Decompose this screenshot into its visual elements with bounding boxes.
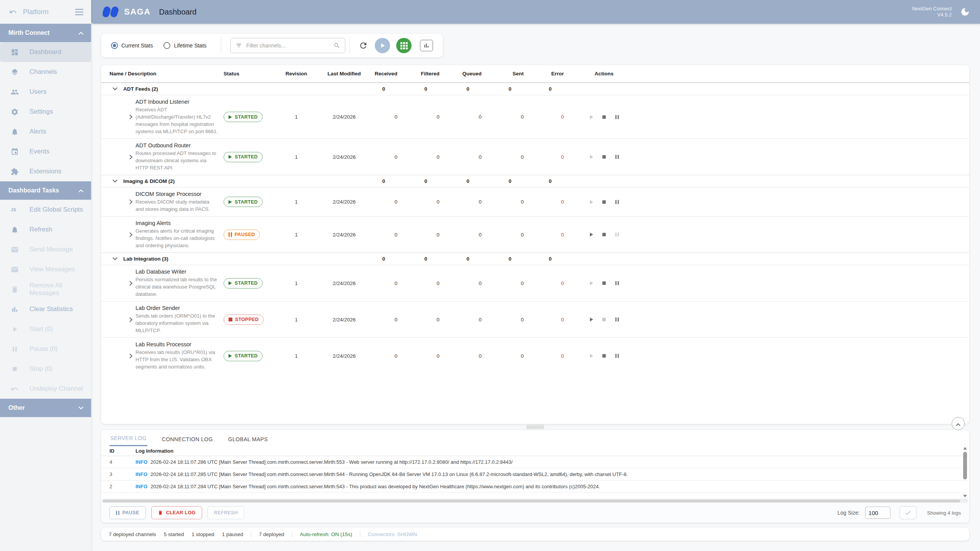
channel-row[interactable]: Lab Database Writer Persists normalized … <box>101 265 969 301</box>
play-icon <box>229 155 232 159</box>
scrollbar-thumb[interactable] <box>963 452 967 479</box>
group-row[interactable]: Lab Integration (3) 0 0 0 0 0 <box>101 253 969 265</box>
bar-chart-icon <box>11 305 19 313</box>
pause-channel-icon[interactable] <box>614 153 621 160</box>
channel-description: Receives lab results (ORU^R01) via HTTP … <box>136 349 219 370</box>
channel-name: Lab Results Processor <box>136 341 219 347</box>
stop-channel-icon[interactable] <box>601 231 608 238</box>
group-row[interactable]: ADT Feeds (2) 0 0 0 0 0 <box>101 83 969 95</box>
filter-channels-input[interactable] <box>246 42 330 49</box>
sidebar-item-refresh[interactable]: Refresh <box>0 220 91 240</box>
sidebar-item-alerts[interactable]: Alerts <box>0 122 91 142</box>
log-row[interactable]: 2 INFO2026-02-24 18:11:07.284 UTC [Main … <box>101 481 969 493</box>
expand-chevron-icon[interactable] <box>127 317 132 322</box>
channel-row[interactable]: Imaging Alerts Generates alerts for crit… <box>101 216 969 253</box>
pause-channel-icon[interactable] <box>614 280 621 287</box>
tab-connection-log[interactable]: CONNECTION LOG <box>161 436 214 446</box>
stop-channel-icon[interactable] <box>601 114 608 121</box>
play-icon <box>379 42 386 49</box>
check-icon <box>905 509 911 516</box>
toolbar-divider <box>221 37 221 54</box>
group-row[interactable]: Imaging & DICOM (2) 0 0 0 0 0 <box>101 175 969 187</box>
log-level-badge: INFO <box>136 484 147 489</box>
collapse-log-panel-button[interactable] <box>952 417 965 430</box>
sidebar-item-channels[interactable]: Channels <box>0 62 91 82</box>
group-view-toggle-button[interactable] <box>396 38 412 53</box>
chevron-down-icon <box>78 404 83 409</box>
sidebar-section-dashboard-tasks[interactable]: Dashboard Tasks <box>0 181 91 200</box>
collapse-chevron-icon[interactable] <box>113 178 118 183</box>
status-bar: 7 deployed channels 5 started 1 stopped … <box>101 528 969 541</box>
status-badge: STARTED <box>224 351 263 361</box>
platform-switcher[interactable]: Platform <box>0 0 91 24</box>
expand-chevron-icon[interactable] <box>127 114 132 119</box>
sidebar-item-events[interactable]: Events <box>0 142 91 161</box>
pause-channel-icon[interactable] <box>614 316 621 323</box>
pause-log-button[interactable]: PAUSE <box>109 506 146 519</box>
log-row[interactable]: 4 INFO2026-02-24 18:11:07.286 UTC [Main … <box>101 456 969 468</box>
start-channel-icon[interactable] <box>588 231 595 238</box>
channel-row[interactable]: ADT Inbound Listener Receives ADT (Admit… <box>101 95 969 139</box>
pause-channel-icon[interactable] <box>614 114 621 121</box>
scroll-up-arrow-icon[interactable] <box>963 447 967 450</box>
statistics-view-button[interactable] <box>420 40 433 51</box>
stop-channel-icon[interactable] <box>601 352 608 359</box>
status-divider <box>292 531 292 537</box>
sidebar-item-dashboard[interactable]: Dashboard <box>0 42 91 62</box>
current-stats-radio[interactable]: Current Stats <box>111 42 153 49</box>
log-horizontal-scrollbar[interactable] <box>102 499 969 503</box>
stop-icon <box>11 365 19 373</box>
tab-global-maps[interactable]: GLOBAL MAPS <box>227 436 268 446</box>
pause-channel-icon[interactable] <box>614 352 621 359</box>
channel-row[interactable]: Lab Results Processor Receives lab resul… <box>101 337 969 374</box>
pause-channel-icon[interactable] <box>614 199 621 205</box>
connectors-status[interactable]: Connectors: SHOWN <box>368 531 417 537</box>
trash-icon <box>158 510 163 515</box>
sidebar-section-mirth-connect[interactable]: Mirth Connect <box>0 24 91 42</box>
stop-channel-icon[interactable] <box>601 153 608 160</box>
sidebar-item-settings[interactable]: Settings <box>0 102 91 122</box>
log-row[interactable]: 3 INFO2026-02-24 18:11:07.285 UTC [Main … <box>101 468 969 481</box>
sidebar: Platform Mirth Connect Dashboard Channel… <box>0 0 91 551</box>
scroll-down-arrow-icon[interactable] <box>963 495 967 497</box>
drag-handle-icon[interactable] <box>526 425 544 429</box>
expand-chevron-icon[interactable] <box>127 199 132 204</box>
dark-mode-moon-icon[interactable] <box>960 7 970 17</box>
expand-chevron-icon[interactable] <box>127 281 132 286</box>
refresh-icon[interactable] <box>359 41 368 50</box>
start-channel-icon[interactable] <box>588 316 595 323</box>
sidebar-item-users[interactable]: Users <box>0 82 91 102</box>
stop-channel-icon[interactable] <box>601 280 608 287</box>
status-badge: STARTED <box>224 152 263 162</box>
app-root: Platform Mirth Connect Dashboard Channel… <box>0 0 980 551</box>
stop-channel-icon[interactable] <box>601 199 608 205</box>
collapse-chevron-icon[interactable] <box>113 255 118 260</box>
log-vertical-scrollbar[interactable] <box>962 447 968 497</box>
channel-row[interactable]: Lab Order Sender Sends lab orders (ORM^O… <box>101 301 969 337</box>
expand-chevron-icon[interactable] <box>127 354 132 359</box>
clear-log-button[interactable]: CLEAR LOG <box>151 506 202 519</box>
table-header-row: Name / Description Status Revision Last … <box>101 65 969 83</box>
pause-icon <box>116 511 119 515</box>
channel-row[interactable]: DICOM Storage Processor Receives DICOM s… <box>101 187 969 216</box>
sidebar-item-extensions[interactable]: Extensions <box>0 161 91 181</box>
deployed-channels-count: 7 deployed channels <box>109 531 156 537</box>
log-size-input[interactable] <box>865 507 890 519</box>
expand-chevron-icon[interactable] <box>127 232 132 237</box>
collapse-chevron-icon[interactable] <box>113 85 118 90</box>
content-area: SAGA Dashboard NextGen Connect V4.5.2 Cu… <box>91 0 980 551</box>
channel-name: Lab Order Sender <box>136 305 219 311</box>
auto-refresh-status[interactable]: Auto-refresh: ON (15s) <box>300 531 352 537</box>
sidebar-section-other[interactable]: Other <box>0 399 91 417</box>
sidebar-item-clear-statistics[interactable]: Clear Statistics <box>0 299 91 319</box>
expand-chevron-icon[interactable] <box>127 155 132 160</box>
tab-server-log[interactable]: SERVER LOG <box>109 435 147 446</box>
panel-resize-divider[interactable] <box>101 424 969 430</box>
channel-name: Imaging Alerts <box>136 220 219 226</box>
channel-row[interactable]: ADT Outbound Router Routes processed ADT… <box>101 139 969 175</box>
scrollbar-thumb[interactable] <box>103 500 960 502</box>
lifetime-stats-radio[interactable]: Lifetime Stats <box>163 42 206 49</box>
apply-log-size-button[interactable] <box>900 506 916 519</box>
hamburger-menu-icon[interactable] <box>75 9 83 15</box>
sidebar-item-edit-global-scripts[interactable]: JS Edit Global Scripts <box>0 200 91 220</box>
